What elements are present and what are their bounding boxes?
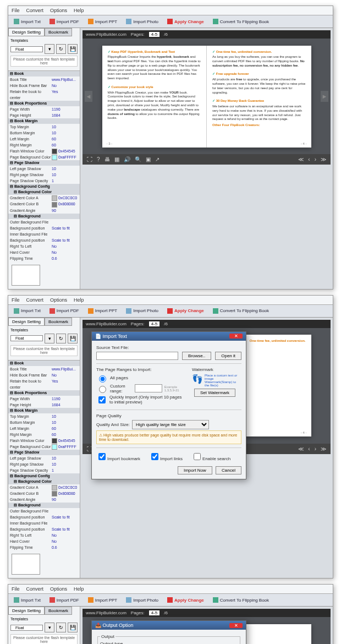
import-pdf-button[interactable]: Import PDF xyxy=(47,18,81,25)
txt-icon xyxy=(14,19,19,24)
output-option-dialog: 📤 Output Option✕ Output Output type 🌐*.h… xyxy=(91,620,246,644)
help-icon[interactable]: ? xyxy=(97,156,100,162)
prop-shadow-header[interactable]: ⊟ Page Shadow xyxy=(8,160,80,166)
right-page: ✓ One-time fee, unlimited conversion. As… xyxy=(207,46,311,148)
import-photo-button[interactable]: Import Photo xyxy=(124,18,161,25)
all-pages-radio[interactable] xyxy=(99,375,106,383)
source-file-label: Source Text File: xyxy=(96,345,241,350)
set-watermark-button[interactable]: Set Watermark xyxy=(194,389,235,397)
enable-search-checkbox[interactable] xyxy=(194,453,201,460)
share-icon[interactable]: ↗ xyxy=(155,156,160,162)
zoom-icon[interactable]: 🔍 xyxy=(135,156,141,162)
toolbar: Import Txt Import PDF Import PPT Import … xyxy=(8,15,333,28)
left-panel: Design SettingBookmark Templates Float▾↻… xyxy=(8,28,80,289)
next-icon[interactable]: › xyxy=(315,156,316,162)
sound-icon[interactable]: 🔊 xyxy=(124,156,130,162)
import-txt-button[interactable]: Import Txt xyxy=(12,18,43,25)
viewer: www.FlipBuilder.comPages:4-5/6 ◄ ✓ Keep … xyxy=(80,28,333,289)
quick-import-checkbox[interactable] xyxy=(98,396,106,403)
import-ppt-button[interactable]: Import PPT xyxy=(86,307,119,315)
import-pdf-button[interactable]: Import PDF xyxy=(47,307,81,315)
quality-select[interactable]: High quality large file size xyxy=(132,420,209,429)
prev-arrow[interactable]: ◄ xyxy=(85,91,92,102)
browse-button[interactable]: Browse.. xyxy=(182,352,211,360)
template-refresh-button[interactable]: ↻ xyxy=(56,44,66,54)
thumbnails-icon[interactable]: ▦ xyxy=(114,156,119,162)
prev-icon[interactable]: ‹ xyxy=(308,156,310,162)
ppt-icon xyxy=(88,19,94,24)
import-bookmark-checkbox[interactable] xyxy=(98,453,106,460)
left-page: ✓ Keep PDF Hyperlink, Bookmark and Text … xyxy=(102,46,207,148)
pdf-icon xyxy=(50,19,55,24)
site-label: www.FlipBuilder.com xyxy=(86,32,127,37)
print-icon[interactable]: 🖶 xyxy=(105,156,110,162)
import-links-checkbox[interactable] xyxy=(151,453,158,460)
menubar: FileConvertOptionsHelp xyxy=(8,6,333,15)
template-select[interactable]: Float xyxy=(10,46,43,52)
template-dropdown-button[interactable]: ▾ xyxy=(45,44,54,54)
autoplay-icon[interactable]: ▣ xyxy=(146,156,151,162)
next-arrow[interactable]: ► xyxy=(321,91,328,102)
thumbnail[interactable] xyxy=(12,265,40,286)
apply-change-button[interactable]: Apply Change xyxy=(165,18,206,25)
menu-options[interactable]: Options xyxy=(50,8,67,13)
fullscreen-icon[interactable]: ⛶ xyxy=(87,156,92,162)
page-total: /6 xyxy=(164,32,168,37)
template-save-button[interactable]: 💾 xyxy=(68,44,78,54)
tab-design[interactable]: Design Setting xyxy=(8,28,45,36)
convert-book-button[interactable]: Convert To Flipping Book xyxy=(211,18,271,25)
close-icon[interactable]: ✕ xyxy=(229,334,243,339)
prop-book-header[interactable]: ⊟ Book xyxy=(8,71,80,77)
open-button[interactable]: Open it xyxy=(215,352,241,360)
close-icon[interactable]: ✕ xyxy=(229,623,243,628)
cancel-button[interactable]: Cancel xyxy=(216,466,241,474)
import-now-button[interactable]: Import Now xyxy=(178,466,212,474)
convert-book-button[interactable]: Convert To Flipping Book xyxy=(211,307,271,315)
foot-icon: 👣 xyxy=(192,374,203,387)
photo-icon xyxy=(126,19,131,24)
source-file-input[interactable] xyxy=(96,352,178,360)
apply-icon xyxy=(167,19,173,24)
import-text-dialog: 📄 Import Text✕ Source Text File: Browse.… xyxy=(91,331,246,479)
convert-icon xyxy=(213,19,218,24)
prop-bgcfg-header[interactable]: ⊟ Background Config xyxy=(8,184,80,189)
tab-bookmark[interactable]: Bookmark xyxy=(45,28,72,36)
custom-range-input[interactable] xyxy=(135,384,162,392)
import-ppt-button[interactable]: Import PPT xyxy=(86,18,119,25)
page-input[interactable]: 4-5 xyxy=(149,32,160,37)
menu-help[interactable]: Help xyxy=(74,8,84,13)
apply-change-button[interactable]: Apply Change xyxy=(165,307,206,315)
prop-proportions-header[interactable]: ⊟ Book Proportions xyxy=(8,101,80,106)
template-note: Please customize the flash template here xyxy=(10,56,78,67)
dialog-title: 📄 Import Text xyxy=(95,334,127,339)
first-icon[interactable]: ≪ xyxy=(298,156,304,162)
menu-convert[interactable]: Convert xyxy=(26,8,44,13)
warning-text: ⚠ High values produce better page qualit… xyxy=(96,430,241,444)
properties-panel: ⊟ Book Book Titlewww.FlipBui... Hide Boo… xyxy=(8,70,80,261)
prop-margin-header[interactable]: ⊟ Book Margin xyxy=(8,118,80,124)
player-bar: ⛶ ? 🖶 ▦ 🔊 🔍 ▣ ↗ ≪ ‹ › ≫ xyxy=(82,154,331,165)
import-photo-button[interactable]: Import Photo xyxy=(124,307,161,315)
last-icon[interactable]: ≫ xyxy=(321,156,326,162)
import-txt-button[interactable]: Import Txt xyxy=(12,307,43,315)
menu-file[interactable]: File xyxy=(12,8,20,13)
templates-label: Templates xyxy=(10,39,78,42)
pages-label: Pages: xyxy=(131,32,145,37)
custom-range-radio[interactable] xyxy=(99,386,106,393)
book: ✓ Keep PDF Hyperlink, Bookmark and Text … xyxy=(102,46,311,148)
